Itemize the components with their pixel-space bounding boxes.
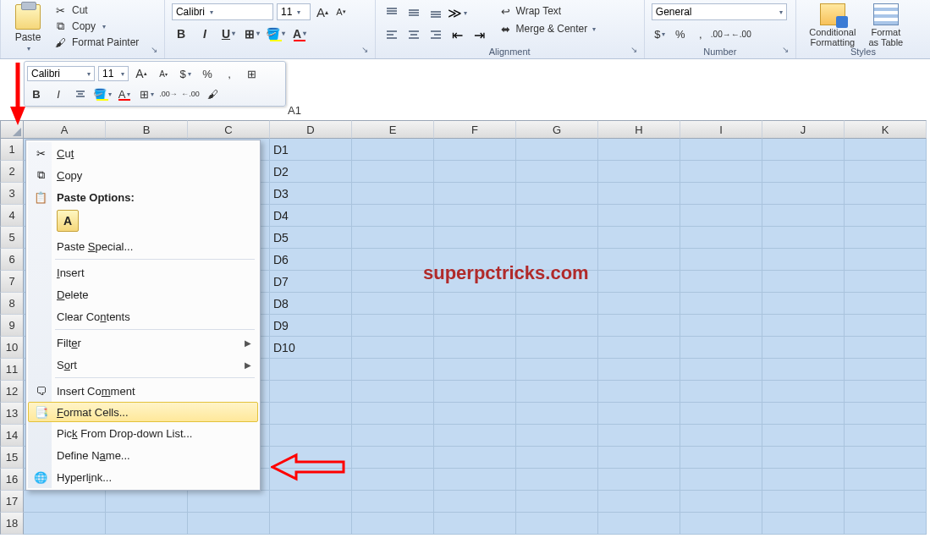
cell-H13[interactable] xyxy=(598,403,680,425)
cell-E6[interactable] xyxy=(352,249,434,271)
cell-J1[interactable] xyxy=(762,139,845,161)
format-painter-button[interactable]: 🖌 Format Painter xyxy=(53,36,139,49)
mini-decrease-decimal-button[interactable]: ←.00 xyxy=(181,85,200,102)
cell-F3[interactable] xyxy=(434,183,516,205)
row-header-10[interactable]: 10 xyxy=(0,337,24,359)
cell-D4[interactable]: D4 xyxy=(270,205,352,227)
cell-G13[interactable] xyxy=(516,403,598,425)
cell-D9[interactable]: D9 xyxy=(270,315,352,337)
align-center-button[interactable] xyxy=(404,25,423,44)
cell-I13[interactable] xyxy=(680,403,762,425)
mini-comma-button[interactable]: , xyxy=(220,65,239,82)
cell-E2[interactable] xyxy=(352,161,434,183)
cell-K5[interactable] xyxy=(845,227,927,249)
cell-I16[interactable] xyxy=(680,469,762,491)
row-header-18[interactable]: 18 xyxy=(0,513,24,535)
paste-button[interactable]: Paste ▾ xyxy=(8,3,48,52)
accounting-button[interactable]: $▾ xyxy=(652,25,669,42)
cell-H12[interactable] xyxy=(598,381,680,403)
mini-font-color-button[interactable]: A▾ xyxy=(115,85,134,102)
column-header-H[interactable]: H xyxy=(598,120,680,139)
row-header-9[interactable]: 9 xyxy=(0,315,24,337)
cell-H8[interactable] xyxy=(598,293,680,315)
cell-I5[interactable] xyxy=(680,227,762,249)
cell-J2[interactable] xyxy=(762,161,845,183)
cell-H4[interactable] xyxy=(598,205,680,227)
mini-accounting-button[interactable]: $▾ xyxy=(176,65,195,82)
underline-button[interactable]: U▾ xyxy=(219,25,238,43)
cell-I15[interactable] xyxy=(680,447,762,469)
cell-F18[interactable] xyxy=(434,513,516,535)
cell-K17[interactable] xyxy=(845,491,927,513)
cell-G1[interactable] xyxy=(516,139,598,161)
row-header-5[interactable]: 5 xyxy=(0,227,24,249)
cell-D17[interactable] xyxy=(270,491,352,513)
cell-H17[interactable] xyxy=(598,491,680,513)
cell-D13[interactable] xyxy=(270,403,352,425)
row-header-7[interactable]: 7 xyxy=(0,271,24,293)
cell-H16[interactable] xyxy=(598,469,680,491)
font-name-combo[interactable]: Calibri ▾ xyxy=(172,3,273,20)
cell-G2[interactable] xyxy=(516,161,598,183)
cell-K14[interactable] xyxy=(845,425,927,447)
cell-E13[interactable] xyxy=(352,403,434,425)
cell-F14[interactable] xyxy=(434,425,516,447)
align-right-button[interactable] xyxy=(426,25,445,44)
cell-K7[interactable] xyxy=(845,271,927,293)
cell-E15[interactable] xyxy=(352,447,434,469)
cell-C18[interactable] xyxy=(188,513,270,535)
borders-button[interactable]: ⊞▾ xyxy=(243,25,261,43)
cell-C17[interactable] xyxy=(188,491,270,513)
cell-F11[interactable] xyxy=(434,359,516,381)
cell-K2[interactable] xyxy=(845,161,927,183)
mini-fill-color-button[interactable]: 🪣▾ xyxy=(93,85,112,102)
cell-K12[interactable] xyxy=(845,381,927,403)
row-header-14[interactable]: 14 xyxy=(0,425,24,447)
cell-E8[interactable] xyxy=(352,293,434,315)
cell-E11[interactable] xyxy=(352,359,434,381)
cell-K11[interactable] xyxy=(845,359,927,381)
format-as-table-button[interactable]: Format as Table xyxy=(866,3,906,52)
cell-J12[interactable] xyxy=(762,381,845,403)
cell-E1[interactable] xyxy=(352,139,434,161)
font-dialog-launcher[interactable]: ↘ xyxy=(361,45,371,55)
column-header-E[interactable]: E xyxy=(352,120,434,139)
cell-F5[interactable] xyxy=(434,227,516,249)
italic-button[interactable]: I xyxy=(195,25,214,43)
cell-E18[interactable] xyxy=(352,513,434,535)
cell-G3[interactable] xyxy=(516,183,598,205)
wrap-text-button[interactable]: ↩Wrap Text xyxy=(499,3,597,19)
increase-decimal-button[interactable]: .00→ xyxy=(713,25,729,42)
cell-I18[interactable] xyxy=(680,513,762,535)
align-bottom-button[interactable] xyxy=(426,3,445,22)
cell-G10[interactable] xyxy=(516,337,598,359)
ctx-paste-default[interactable]: A xyxy=(57,210,79,232)
cell-G11[interactable] xyxy=(516,359,598,381)
paste-dropdown-icon[interactable]: ▾ xyxy=(27,45,30,52)
column-header-D[interactable]: D xyxy=(270,120,352,139)
cell-J7[interactable] xyxy=(762,271,845,293)
bold-button[interactable]: B xyxy=(172,25,190,43)
copy-dropdown-icon[interactable]: ▾ xyxy=(102,23,106,30)
cell-K6[interactable] xyxy=(845,249,927,271)
cell-H15[interactable] xyxy=(598,447,680,469)
cell-F2[interactable] xyxy=(434,161,516,183)
cell-I2[interactable] xyxy=(680,161,762,183)
cell-F13[interactable] xyxy=(434,403,516,425)
ctx-define-name[interactable]: Define Name... xyxy=(28,444,258,466)
cell-K1[interactable] xyxy=(845,139,927,161)
column-header-I[interactable]: I xyxy=(680,120,762,139)
cell-J11[interactable] xyxy=(762,359,845,381)
comma-button[interactable]: , xyxy=(692,25,709,42)
cell-G14[interactable] xyxy=(516,425,598,447)
cell-A17[interactable] xyxy=(24,491,106,513)
cell-J17[interactable] xyxy=(762,491,845,513)
cell-J3[interactable] xyxy=(762,183,845,205)
cell-E12[interactable] xyxy=(352,381,434,403)
cell-G17[interactable] xyxy=(516,491,598,513)
decrease-indent-button[interactable]: ⇤ xyxy=(448,25,467,44)
mini-shrink-font-button[interactable]: A▾ xyxy=(154,65,173,82)
align-top-button[interactable] xyxy=(382,3,401,22)
cell-J18[interactable] xyxy=(762,513,845,535)
cell-D8[interactable]: D8 xyxy=(270,293,352,315)
